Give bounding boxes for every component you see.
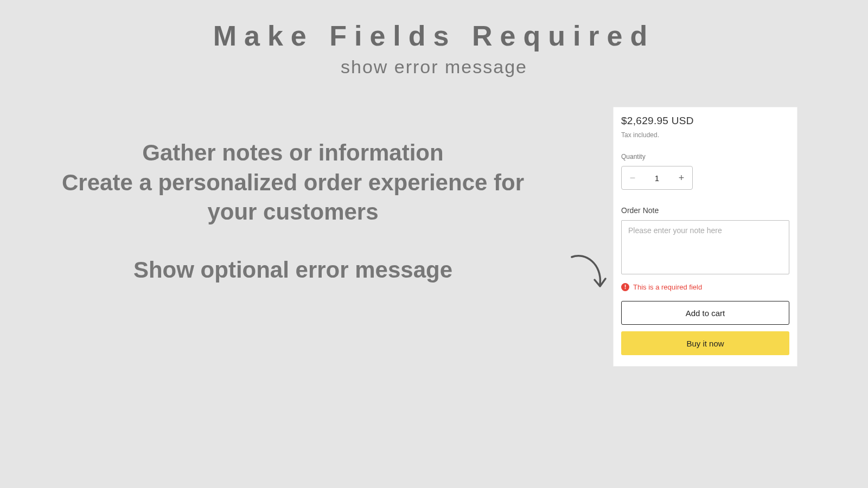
order-note-label: Order Note — [621, 206, 789, 215]
arrow-icon — [562, 253, 611, 296]
quantity-decrease-button[interactable]: − — [622, 166, 643, 189]
error-message-row: ! This is a required field — [621, 283, 789, 291]
product-card: $2,629.95 USD Tax included. Quantity − 1… — [613, 107, 797, 367]
tax-note: Tax included. — [621, 131, 789, 139]
buy-now-button[interactable]: Buy it now — [621, 331, 789, 355]
marketing-copy: Gather notes or information Create a per… — [43, 138, 542, 285]
quantity-stepper: − 1 + — [621, 166, 693, 190]
product-price: $2,629.95 USD — [621, 115, 789, 127]
add-to-cart-button[interactable]: Add to cart — [621, 301, 789, 325]
marketing-line-1: Gather notes or information — [43, 138, 542, 168]
marketing-line-2: Create a personalized order experience f… — [43, 168, 542, 227]
marketing-line-3: Show optional error message — [43, 255, 542, 285]
error-text: This is a required field — [633, 283, 702, 291]
quantity-value: 1 — [643, 174, 671, 183]
quantity-label: Quantity — [621, 153, 789, 160]
quantity-increase-button[interactable]: + — [671, 166, 692, 189]
page-title: Make Fields Required — [0, 20, 868, 52]
order-note-input[interactable] — [621, 220, 789, 274]
page-subtitle: show error message — [0, 56, 868, 78]
error-icon: ! — [621, 283, 629, 291]
